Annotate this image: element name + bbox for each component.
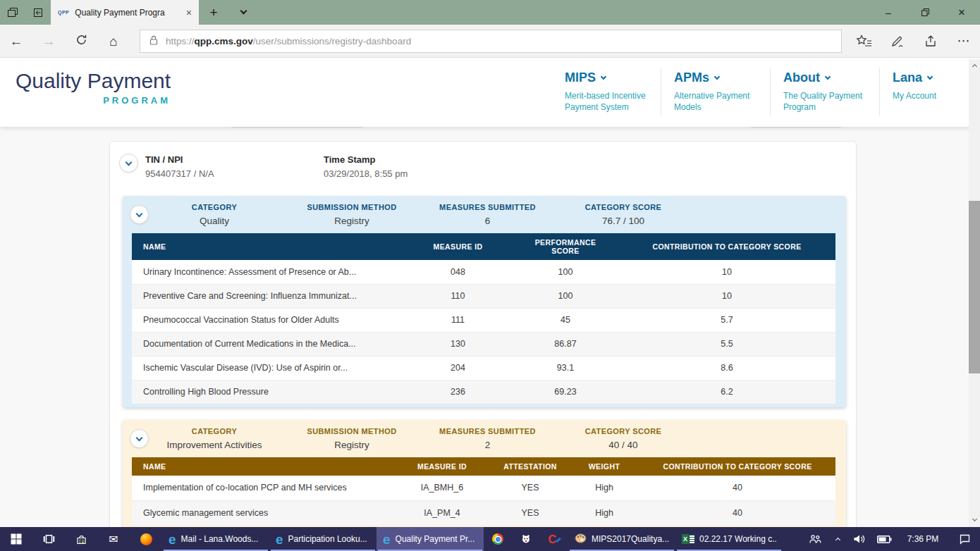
more-options-button[interactable]: ⋯: [947, 33, 980, 49]
people-icon[interactable]: [804, 527, 826, 551]
category-score-value: 76.7 / 100: [556, 216, 690, 226]
measures-submitted-label: MEASURES SUBMITTED: [422, 427, 553, 435]
nav-item-account[interactable]: Lana My Account: [879, 68, 949, 116]
favorites-button[interactable]: [847, 35, 881, 48]
category-label: CATEGORY: [147, 427, 281, 435]
forward-button[interactable]: →: [32, 35, 65, 48]
logo-line1: Quality Payment: [16, 69, 171, 93]
scrollbar-thumb[interactable]: [969, 201, 980, 373]
lock-icon: [149, 35, 159, 48]
submission-method-value: Registry: [285, 216, 419, 226]
collapse-ia-button[interactable]: [130, 429, 149, 448]
start-button[interactable]: [0, 527, 32, 551]
chevron-down-icon: [825, 74, 831, 80]
table-row[interactable]: Preventive Care and Screening: Influenza…: [132, 284, 835, 308]
task-label: Mail - Lana.Woods...: [181, 534, 259, 544]
nav-label: APMs: [674, 70, 709, 85]
url-input[interactable]: https://qpp.cms.gov/user/submissions/reg…: [140, 30, 842, 53]
page-viewport: Quality Payment PROGRAM MIPS Merit-based…: [0, 58, 980, 527]
ia-measures-table: NAME MEASURE ID ATTESTATION WEIGHT CONTR…: [132, 457, 835, 525]
collapse-submission-button[interactable]: [119, 154, 138, 173]
taskbar-task-participation[interactable]: e Participation Looku...: [269, 527, 376, 551]
taskbar-task-quality-payment[interactable]: e Quality Payment Pr...: [376, 527, 484, 551]
home-button[interactable]: ⌂: [97, 35, 130, 48]
category-value: Quality: [147, 216, 281, 226]
quality-measures-table: NAME MEASURE ID PERFORMANCE SCORE CONTRI…: [132, 233, 835, 404]
col-weight: WEIGHT: [569, 457, 639, 476]
category-score-label: CATEGORY SCORE: [556, 427, 690, 435]
col-measure-id: MEASURE ID: [403, 233, 513, 260]
logo-line2: PROGRAM: [16, 95, 171, 106]
volume-icon[interactable]: [849, 527, 871, 551]
measures-submitted-value: 6: [422, 216, 553, 226]
chevron-down-icon: [136, 434, 143, 441]
web-note-pen-button[interactable]: [881, 34, 914, 48]
edge-icon: e: [383, 533, 391, 546]
close-window-button[interactable]: ×: [943, 0, 980, 25]
site-nav: MIPS Merit-based Incentive Payment Syste…: [552, 68, 949, 116]
firefox-icon[interactable]: [130, 527, 162, 551]
chevron-down-icon: [714, 74, 720, 80]
new-tab-button[interactable]: +: [199, 0, 228, 25]
table-row[interactable]: Urinary Incontinence: Assessment of Pres…: [132, 260, 835, 284]
measures-submitted-value: 2: [422, 440, 553, 450]
system-tray: 7:36 PM: [804, 527, 980, 551]
scroll-down-arrow-icon[interactable]: [969, 514, 980, 526]
refresh-button[interactable]: [65, 34, 97, 48]
nav-sub: Merit-based Incentive Payment System: [565, 90, 648, 113]
col-performance-score: PERFORMANCE SCORE: [513, 233, 618, 260]
nav-item-apms[interactable]: APMs Alternative Payment Models: [661, 68, 770, 116]
page-scrollbar[interactable]: [969, 59, 980, 527]
chrome-icon[interactable]: [484, 527, 512, 551]
back-button[interactable]: ←: [0, 35, 32, 48]
table-row[interactable]: Documentation of Current Medications in …: [132, 332, 835, 356]
nav-item-mips[interactable]: MIPS Merit-based Incentive Payment Syste…: [552, 68, 661, 116]
excel-icon: X: [682, 534, 694, 544]
task-label: 02.22.17 Working c...: [699, 534, 776, 544]
address-bar: ← → ⌂ https://qpp.cms.gov/user/submissio…: [0, 25, 980, 58]
tab-menu-button[interactable]: [228, 0, 258, 25]
action-center-icon[interactable]: [949, 527, 980, 551]
nav-item-about[interactable]: About The Quality Payment Program: [770, 68, 879, 116]
taskbar-task-mail[interactable]: e Mail - Lana.Woods...: [162, 527, 269, 551]
task-view-button[interactable]: [32, 527, 65, 551]
nav-label: Lana: [893, 70, 922, 85]
table-row[interactable]: Ischemic Vascular Disease (IVD): Use of …: [132, 356, 835, 380]
table-header-row: NAME MEASURE ID PERFORMANCE SCORE CONTRI…: [132, 233, 835, 260]
tab-preview-icon[interactable]: [0, 0, 25, 25]
scroll-up-arrow-icon[interactable]: [969, 61, 980, 72]
table-header-row: NAME MEASURE ID ATTESTATION WEIGHT CONTR…: [132, 457, 835, 476]
category-value: Improvement Activities: [147, 440, 281, 450]
submission-method-label: SUBMISSION METHOD: [285, 427, 419, 435]
edge-icon: e: [276, 533, 283, 546]
table-row[interactable]: Pneumococcal Vaccination Status for Olde…: [132, 308, 835, 332]
quality-section: CATEGORY Quality SUBMISSION METHOD Regis…: [123, 196, 846, 407]
edge-icon: e: [169, 533, 176, 546]
taskbar-clock[interactable]: 7:36 PM: [897, 527, 949, 551]
table-row[interactable]: Controlling High Blood Pressure23669.236…: [132, 380, 835, 404]
store-icon[interactable]: [65, 527, 97, 551]
mail-app-icon[interactable]: ✉: [97, 527, 130, 551]
taskbar-task-paint[interactable]: MIPS2017Qualitya...: [568, 527, 675, 551]
dog-app-icon[interactable]: [512, 527, 540, 551]
tab-title: Quality Payment Progra: [75, 8, 180, 18]
submission-card: TIN / NPI 954407317 / N/A Time Stamp 03/…: [109, 141, 857, 527]
category-label: CATEGORY: [147, 203, 281, 211]
minimize-button[interactable]: –: [870, 0, 907, 25]
tab-close-icon[interactable]: ×: [186, 7, 192, 18]
table-row[interactable]: Implementation of co-location PCP and MH…: [132, 476, 835, 500]
qpp-logo[interactable]: Quality Payment PROGRAM: [16, 69, 171, 106]
collapse-quality-button[interactable]: [130, 205, 149, 224]
chevron-down-icon: [601, 74, 606, 80]
col-name: NAME: [132, 457, 393, 476]
table-row[interactable]: Glycemic management servicesIA_PM_4YESHi…: [132, 500, 835, 525]
ccleaner-icon[interactable]: C: [540, 527, 568, 551]
taskbar-task-excel[interactable]: X 02.22.17 Working c...: [675, 527, 783, 551]
hidden-icons-chevron-icon[interactable]: [826, 527, 849, 551]
restore-button[interactable]: [907, 0, 943, 25]
share-button[interactable]: [914, 34, 947, 48]
browser-tab-active[interactable]: QPP Quality Payment Progra ×: [51, 0, 199, 25]
tabs-set-aside-icon[interactable]: [25, 0, 51, 25]
battery-icon[interactable]: [871, 527, 897, 551]
chevron-down-icon: [136, 210, 143, 217]
